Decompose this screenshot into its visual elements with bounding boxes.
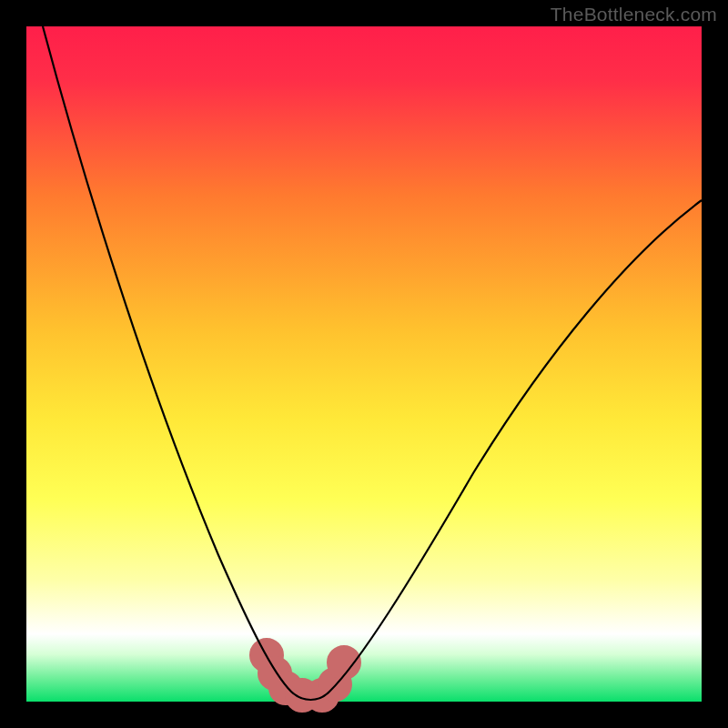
watermark-text: TheBottleneck.com: [551, 4, 717, 25]
plot-gradient-area: [26, 26, 702, 702]
chart-frame: { "watermark": "TheBottleneck.com", "col…: [0, 0, 728, 728]
bottleneck-chart-svg: [0, 0, 728, 728]
